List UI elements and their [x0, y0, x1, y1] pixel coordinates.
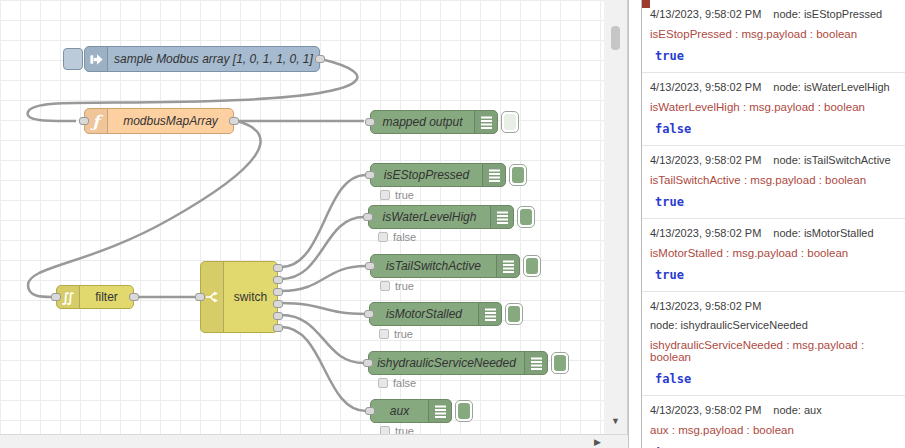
input-port[interactable]: [365, 262, 375, 270]
scroll-right-icon[interactable]: ▶: [594, 438, 601, 447]
debug-value[interactable]: true: [655, 195, 899, 209]
switch-node[interactable]: switch: [200, 261, 278, 333]
debug-value[interactable]: true: [655, 49, 899, 63]
debug-node-3[interactable]: isTailSwitchActive: [370, 254, 520, 278]
wire[interactable]: [281, 175, 366, 267]
debug-property: isMotorStalled : msg.payload : boolean: [650, 247, 899, 259]
horizontal-scrollbar[interactable]: ▶: [0, 434, 628, 448]
input-port[interactable]: [51, 293, 61, 301]
clipped-debug-message: [642, 0, 650, 8]
debug-source-node: node: isEStopPressed: [773, 8, 882, 20]
filter-node[interactable]: ∬ filter: [56, 285, 134, 309]
debug-node-mapped-output[interactable]: mapped output: [370, 110, 498, 134]
debug-timestamp: 4/13/2023, 9:58:02 PM: [650, 404, 761, 416]
node-label: modbusMapArray: [108, 109, 233, 133]
inject-node[interactable]: sample Modbus array [1, 0, 1, 1, 0, 1]: [84, 46, 320, 72]
debug-toggle-button[interactable]: [455, 400, 473, 422]
debug-message: 4/13/2023, 9:58:02 PM node: aux aux : ms…: [642, 396, 905, 448]
status-text: true: [395, 280, 414, 292]
wire[interactable]: [281, 315, 364, 363]
debug-node-1[interactable]: isEStopPressed: [370, 163, 506, 187]
input-port[interactable]: [363, 359, 373, 367]
debug-source-node: node: isWaterLevelHigh: [773, 81, 889, 93]
node-label: switch: [224, 262, 277, 332]
status-icon: [380, 190, 390, 200]
node-status: true: [380, 425, 414, 434]
output-port-4[interactable]: [273, 300, 283, 308]
output-port-1[interactable]: [273, 264, 283, 272]
debug-timestamp: 4/13/2023, 9:58:02 PM: [650, 227, 761, 239]
inject-button[interactable]: [63, 48, 83, 70]
status-text: false: [393, 231, 416, 243]
debug-toggle-button[interactable]: [501, 111, 519, 133]
node-label: isWaterLevelHigh: [369, 206, 490, 228]
node-label: filter: [80, 286, 133, 308]
vertical-scrollbar[interactable]: ▼: [604, 0, 628, 434]
debug-list-icon: [496, 255, 519, 277]
input-port[interactable]: [365, 118, 375, 126]
debug-message: 4/13/2023, 9:58:02 PM node: ishydraulicS…: [642, 292, 905, 396]
debug-property: isWaterLevelHigh : msg.payload : boolean: [650, 101, 899, 113]
node-label: aux: [371, 400, 428, 422]
debug-timestamp: 4/13/2023, 9:58:02 PM: [650, 81, 761, 93]
inject-arrow-icon: [85, 47, 108, 71]
debug-node-6[interactable]: aux: [370, 399, 452, 423]
status-icon: [380, 281, 390, 291]
flow-canvas[interactable]: sample Modbus array [1, 0, 1, 1, 0, 1] ƒ…: [0, 0, 604, 434]
input-port[interactable]: [365, 407, 375, 415]
debug-toggle-button[interactable]: [517, 206, 535, 228]
vertical-scrollbar-thumb[interactable]: [611, 26, 620, 50]
scroll-down-icon[interactable]: ▼: [611, 417, 620, 426]
function-node[interactable]: ƒ modbusMapArray: [84, 108, 234, 134]
debug-toggle-button[interactable]: [509, 164, 527, 186]
debug-toggle-button[interactable]: [505, 303, 523, 325]
debug-value[interactable]: true: [655, 268, 899, 282]
debug-message: 4/13/2023, 9:58:02 PM node: isWaterLevel…: [642, 73, 905, 146]
output-port[interactable]: [315, 55, 325, 63]
debug-timestamp: 4/13/2023, 9:58:02 PM: [650, 300, 761, 312]
node-status: true: [380, 280, 414, 292]
output-port-3[interactable]: [273, 288, 283, 296]
debug-source-node: node: isTailSwitchActive: [773, 154, 890, 166]
debug-source-node: node: aux: [773, 404, 821, 416]
debug-message-meta: 4/13/2023, 9:58:02 PM node: isTailSwitch…: [650, 152, 899, 166]
debug-source-node: node: ishydraulicServiceNeeded: [650, 319, 808, 331]
debug-timestamp: 4/13/2023, 9:58:02 PM: [650, 8, 761, 20]
output-port[interactable]: [129, 293, 139, 301]
status-icon: [378, 232, 388, 242]
input-port[interactable]: [363, 213, 373, 221]
node-label: sample Modbus array [1, 0, 1, 1, 0, 1]: [108, 47, 319, 71]
output-port-6[interactable]: [273, 324, 283, 332]
node-label: isTailSwitchActive: [371, 255, 496, 277]
debug-sidebar[interactable]: 4/13/2023, 9:58:02 PM node: isEStopPress…: [642, 0, 905, 448]
node-red-window: sample Modbus array [1, 0, 1, 1, 0, 1] ƒ…: [0, 0, 905, 448]
input-port[interactable]: [79, 117, 89, 125]
wire[interactable]: [281, 266, 366, 291]
wire[interactable]: [281, 303, 365, 314]
debug-message-meta: 4/13/2023, 9:58:02 PM node: isEStopPress…: [650, 6, 899, 20]
debug-toggle-button[interactable]: [551, 352, 569, 374]
output-port-2[interactable]: [273, 276, 283, 284]
debug-node-2[interactable]: isWaterLevelHigh: [368, 205, 514, 229]
debug-node-5[interactable]: ishydraulicServiceNeeded: [368, 351, 548, 375]
node-status: true: [380, 189, 414, 201]
debug-property: isEStopPressed : msg.payload : boolean: [650, 28, 899, 40]
debug-value[interactable]: false: [655, 122, 899, 136]
node-status: false: [378, 231, 416, 243]
input-port[interactable]: [365, 171, 375, 179]
debug-property: aux : msg.payload : boolean: [650, 424, 899, 436]
node-label: ishydraulicServiceNeeded: [369, 352, 524, 374]
debug-list-icon: [482, 164, 505, 186]
debug-node-4[interactable]: isMotorStalled: [369, 302, 502, 326]
debug-list-icon: [524, 352, 547, 374]
node-label: mapped output: [371, 111, 474, 133]
debug-message-meta: 4/13/2023, 9:58:02 PM node: ishydraulicS…: [650, 298, 899, 331]
debug-value[interactable]: false: [655, 372, 899, 386]
input-port[interactable]: [195, 293, 205, 301]
output-port[interactable]: [229, 117, 239, 125]
output-port-5[interactable]: [273, 312, 283, 320]
sidebar-resize-handle[interactable]: [628, 0, 642, 448]
node-label: isMotorStalled: [370, 303, 478, 325]
debug-toggle-button[interactable]: [523, 255, 541, 277]
input-port[interactable]: [364, 310, 374, 318]
